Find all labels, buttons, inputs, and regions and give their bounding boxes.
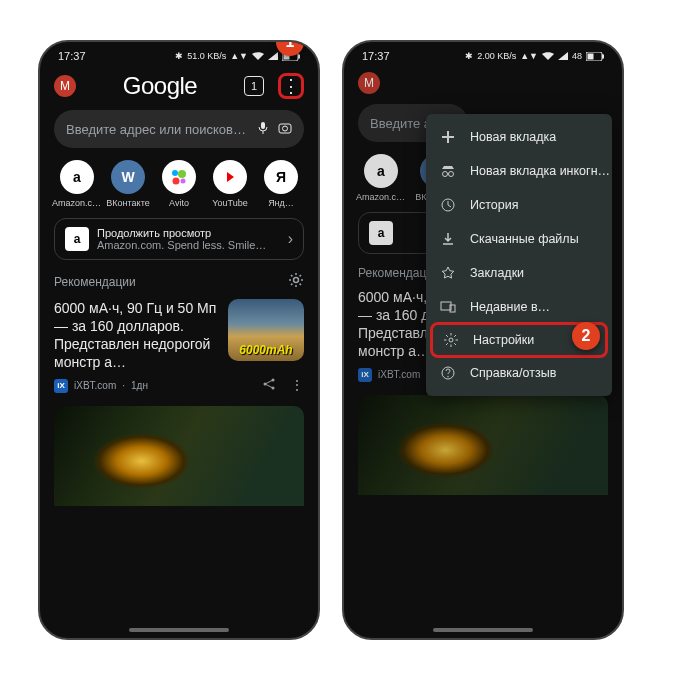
- camera-icon[interactable]: [278, 121, 292, 138]
- svg-point-7: [178, 170, 186, 178]
- status-time: 17:37: [58, 50, 86, 62]
- shortcuts-row: a Amazon.co… W ВКонтакте Avito YouTube Я…: [40, 160, 318, 218]
- article-card[interactable]: 6000 мА·ч, 90 Гц и 50 Мп — за 160 доллар…: [54, 299, 304, 400]
- menu-item-label: Скачанные файлы: [470, 232, 579, 246]
- svg-rect-21: [442, 136, 454, 138]
- star-icon: [440, 266, 456, 280]
- shortcut-avito[interactable]: Avito: [156, 160, 202, 208]
- avito-icon: [162, 160, 196, 194]
- amazon-icon: a: [369, 221, 393, 245]
- article-headline: 6000 мА·ч, 90 Гц и 50 Мп — за 160 доллар…: [54, 299, 218, 371]
- tabs-button[interactable]: 1: [244, 76, 264, 96]
- chevron-right-icon: ›: [288, 230, 293, 248]
- signal-icon: [558, 52, 568, 60]
- continue-card[interactable]: a Продолжить просмотр Amazon.com. Spend …: [54, 218, 304, 260]
- plus-icon: [440, 130, 456, 144]
- gear-icon: [443, 333, 459, 347]
- article-source: iXBT.com: [74, 380, 116, 391]
- status-time: 17:37: [362, 50, 390, 62]
- phone-left: 1 17:37 ✱ 51.0 KB/s ▲▼ M Google 1 ⋮ Введ…: [38, 40, 320, 640]
- search-bar[interactable]: Введите адрес или поисковый…: [54, 110, 304, 148]
- svg-point-10: [294, 278, 299, 283]
- youtube-icon: [213, 160, 247, 194]
- search-placeholder: Введите адрес или поисковый…: [66, 122, 248, 137]
- avatar[interactable]: M: [54, 75, 76, 97]
- amazon-icon: a: [364, 154, 398, 188]
- shortcut-label: Янд…: [268, 198, 294, 208]
- menu-new-tab[interactable]: Новая вкладка: [426, 120, 612, 154]
- devices-icon: [440, 301, 456, 313]
- history-icon: [440, 198, 456, 212]
- wifi-icon: [542, 52, 554, 60]
- home-indicator: [433, 628, 533, 632]
- menu-item-label: Новая вкладка: [470, 130, 556, 144]
- google-logo: Google: [86, 72, 234, 100]
- signal-icon: [268, 52, 278, 60]
- gear-icon[interactable]: [288, 272, 304, 291]
- source-badge-icon: iX: [54, 379, 68, 393]
- more-vert-icon[interactable]: ⋮: [290, 377, 304, 394]
- shortcut-label: Amazon.co…: [52, 198, 102, 208]
- vk-icon: W: [111, 160, 145, 194]
- svg-rect-15: [588, 53, 594, 59]
- menu-button[interactable]: ⋮: [278, 73, 304, 99]
- menu-item-label: Настройки: [473, 333, 534, 347]
- shortcut-yandex[interactable]: Я Янд…: [258, 160, 304, 208]
- svg-point-9: [181, 179, 186, 184]
- svg-rect-16: [602, 54, 604, 58]
- status-icons: ✱ 2.00 KB/s ▲▼ 48: [465, 51, 604, 61]
- shortcut-amazon[interactable]: a Amazon.co…: [358, 154, 404, 202]
- shortcut-youtube[interactable]: YouTube: [207, 160, 253, 208]
- menu-downloads[interactable]: Скачанные файлы: [426, 222, 612, 256]
- avatar[interactable]: M: [358, 72, 380, 94]
- svg-rect-4: [279, 124, 291, 133]
- amazon-icon: a: [65, 227, 89, 251]
- overflow-menu: Новая вкладка Новая вкладка инкогн… Исто…: [426, 114, 612, 396]
- continue-subtitle: Amazon.com. Spend less. Smile…: [97, 239, 280, 251]
- feed-image[interactable]: [54, 406, 304, 506]
- thumb-badge: 6000mAh: [232, 343, 300, 357]
- share-icon[interactable]: [262, 377, 276, 394]
- svg-point-5: [283, 126, 288, 131]
- menu-item-label: Справка/отзыв: [470, 366, 556, 380]
- svg-point-22: [443, 172, 448, 177]
- menu-help[interactable]: Справка/отзыв: [426, 356, 612, 390]
- svg-point-27: [449, 338, 453, 342]
- shortcut-label: Avito: [169, 198, 189, 208]
- menu-item-label: Недавние в…: [470, 300, 550, 314]
- download-icon: [440, 232, 456, 246]
- shortcut-amazon[interactable]: a Amazon.co…: [54, 160, 100, 208]
- wifi-icon: [252, 52, 264, 60]
- phone-right: 17:37 ✱ 2.00 KB/s ▲▼ 48 M Введите адрес …: [342, 40, 624, 640]
- amazon-icon: a: [60, 160, 94, 194]
- svg-point-6: [172, 170, 178, 176]
- article-thumbnail: 6000mAh: [228, 299, 304, 361]
- menu-incognito[interactable]: Новая вкладка инкогн…: [426, 154, 612, 188]
- article-age: 1дн: [131, 380, 148, 391]
- menu-history[interactable]: История: [426, 188, 612, 222]
- browser-header: M: [344, 66, 622, 104]
- mic-icon[interactable]: [256, 121, 270, 138]
- article-source: iXBT.com: [378, 369, 420, 380]
- browser-header: M Google 1 ⋮: [40, 66, 318, 110]
- svg-point-8: [173, 178, 180, 185]
- menu-bookmarks[interactable]: Закладки: [426, 256, 612, 290]
- yandex-icon: Я: [264, 160, 298, 194]
- shortcut-vk[interactable]: W ВКонтакте: [105, 160, 151, 208]
- menu-recent-tabs[interactable]: Недавние в…: [426, 290, 612, 324]
- menu-item-label: Закладки: [470, 266, 524, 280]
- shortcut-label: YouTube: [212, 198, 247, 208]
- help-icon: [440, 366, 456, 380]
- svg-point-23: [449, 172, 454, 177]
- callout-2: 2: [572, 322, 600, 350]
- feed-image[interactable]: [358, 395, 608, 495]
- source-badge-icon: iX: [358, 368, 372, 382]
- battery-icon: [586, 52, 604, 61]
- svg-point-29: [447, 376, 448, 377]
- shortcut-label: Amazon.co…: [356, 192, 406, 202]
- menu-item-label: Новая вкладка инкогн…: [470, 164, 610, 178]
- svg-rect-3: [261, 122, 265, 129]
- recommendations-header: Рекомендации: [40, 272, 318, 299]
- status-bar: 17:37 ✱ 2.00 KB/s ▲▼ 48: [344, 42, 622, 66]
- svg-rect-2: [298, 54, 300, 58]
